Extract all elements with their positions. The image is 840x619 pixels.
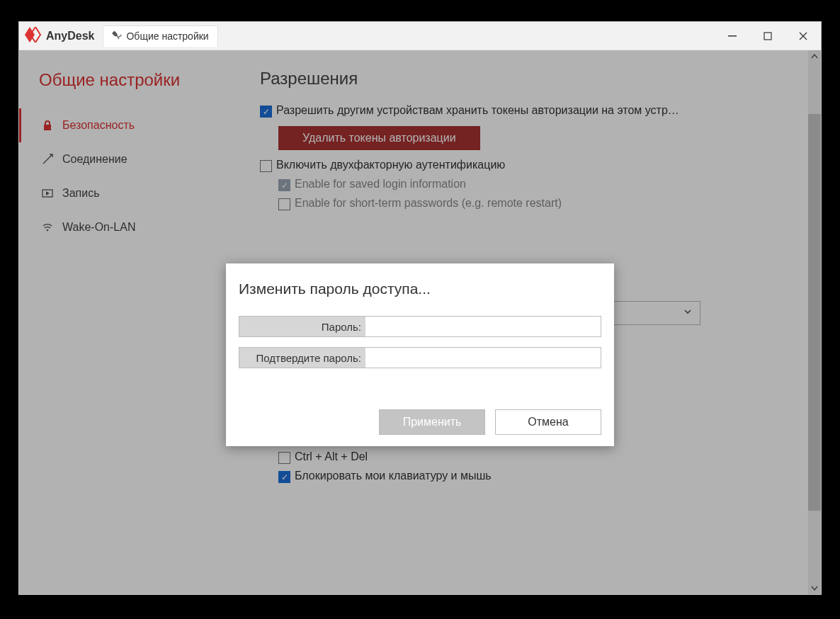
label-allow-store-tokens: Разрешить другим устройствам хранить ток… [276,104,679,117]
field-confirm-password: Подтвердите пароль: [239,347,601,368]
cancel-button[interactable]: Отмена [495,409,601,435]
svg-marker-5 [46,191,50,195]
sidebar-item-label: Безопасность [62,119,135,132]
main-scroll-up[interactable] [808,50,821,63]
label-enable-short-term: Enable for short-term passwords (e.g. re… [295,197,562,210]
label-cad: Ctrl + Alt + Del [295,450,368,463]
checkbox-enable-saved-login [278,179,290,191]
tab-general-settings[interactable]: Общие настройки [103,25,217,47]
dialog-buttons: Применить Отмена [239,409,601,435]
row-enable-saved-login: Enable for saved login information [278,178,807,191]
app-name: AnyDesk [46,30,94,42]
label-block-input: Блокировать мои клавиатуру и мышь [295,470,492,482]
svg-rect-2 [728,35,737,37]
sidebar-item-label: Соединение [62,153,127,166]
titlebar: AnyDesk Общие настройки [19,22,821,50]
wifi-icon [41,222,54,233]
sidebar-item-security[interactable]: Безопасность [19,108,242,142]
svg-rect-3 [764,33,771,40]
section-title-permissions: Разрешения [260,69,807,89]
wrench-icon [112,30,122,42]
lock-icon [41,120,54,131]
row-cad[interactable]: Ctrl + Alt + Del [278,450,807,464]
checkbox-cad[interactable] [278,452,290,464]
window-body: Общие настройки Безопасность Соединение … [19,50,821,594]
connection-icon [41,154,54,165]
row-allow-store-tokens[interactable]: Разрешить другим устройствам хранить ток… [260,104,807,118]
label-password: Пароль: [239,317,365,336]
checkbox-enable-2fa[interactable] [260,160,272,172]
main-scroll-down[interactable] [808,581,821,594]
field-password: Пароль: [239,316,601,337]
main-scrollbar-thumb[interactable] [808,114,821,511]
anydesk-logo-icon [25,27,43,45]
delete-tokens-button[interactable]: Удалить токены авторизации [278,126,480,150]
label-enable-2fa: Включить двухфакторную аутентификацию [276,159,505,171]
minimize-button[interactable] [715,22,750,50]
apply-button[interactable]: Применить [379,409,485,435]
sidebar-item-label: Запись [62,187,100,200]
label-confirm-password: Подтвердите пароль: [239,348,365,368]
checkbox-block-input[interactable] [278,471,290,483]
row-block-input[interactable]: Блокировать мои клавиатуру и мышь [278,470,807,483]
input-password[interactable] [365,317,601,336]
sidebar-item-wol[interactable]: Wake-On-LAN [19,210,242,244]
sidebar-title: Общие настройки [19,66,242,108]
window-controls [715,22,821,50]
close-button[interactable] [785,22,821,50]
sidebar: Общие настройки Безопасность Соединение … [19,50,242,594]
row-enable-short-term: Enable for short-term passwords (e.g. re… [278,197,807,210]
change-password-dialog: Изменить пароль доступа... Пароль: Подтв… [226,263,614,446]
svg-point-6 [47,229,49,232]
dialog-title: Изменить пароль доступа... [239,280,601,297]
row-enable-2fa[interactable]: Включить двухфакторную аутентификацию [260,159,807,172]
sidebar-item-connection[interactable]: Соединение [19,142,242,176]
sidebar-item-recording[interactable]: Запись [19,176,242,210]
input-confirm-password[interactable] [365,348,601,368]
tab-label: Общие настройки [126,30,208,42]
chevron-down-icon [683,307,693,319]
maximize-button[interactable] [750,22,785,50]
checkbox-allow-store-tokens[interactable] [260,106,272,118]
label-enable-saved-login: Enable for saved login information [295,178,466,191]
app-window: AnyDesk Общие настройки Общие настройки … [18,21,822,595]
checkbox-enable-short-term [278,198,290,210]
recording-icon [41,188,54,199]
sidebar-item-label: Wake-On-LAN [62,221,135,234]
